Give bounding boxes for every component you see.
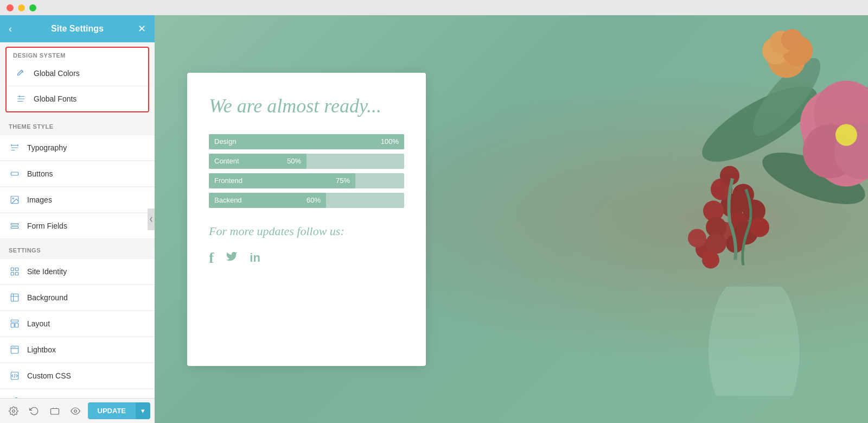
svg-rect-13 — [11, 346, 18, 353]
settings-section: Site Identity Background — [0, 259, 155, 414]
canvas-area: We are almost ready... Design 100% — [155, 15, 868, 423]
facebook-icon: f — [209, 249, 214, 267]
progress-item-content: Content 50% — [209, 154, 404, 169]
form-fields-label: Form Fields — [27, 222, 67, 230]
site-identity-label: Site Identity — [27, 267, 67, 276]
site-identity-icon — [9, 266, 21, 277]
button-icon — [9, 168, 21, 180]
progress-fill-content: Content 50% — [209, 154, 307, 169]
svg-rect-10 — [11, 320, 18, 322]
background-label: Background — [27, 293, 68, 302]
sidebar-item-typography[interactable]: Typography — [0, 135, 155, 161]
preview-card: We are almost ready... Design 100% — [187, 73, 426, 366]
window-chrome — [0, 0, 868, 15]
progress-bar-frontend: Frontend 75% — [209, 173, 404, 188]
responsive-icon-btn[interactable] — [46, 402, 64, 420]
svg-point-16 — [15, 347, 16, 348]
progress-section: Design 100% Content 50% — [209, 134, 404, 208]
global-fonts-label: Global Fonts — [34, 94, 76, 103]
lightbox-icon — [9, 344, 21, 356]
svg-rect-7 — [11, 273, 14, 275]
twitter-icon — [225, 250, 239, 266]
global-colors-label: Global Colors — [34, 69, 80, 78]
typography-label: Typography — [27, 143, 67, 152]
progress-bar-content: Content 50% — [209, 154, 404, 169]
svg-point-20 — [74, 409, 77, 412]
background-icon — [9, 292, 21, 304]
buttons-label: Buttons — [27, 169, 53, 178]
close-button[interactable] — [7, 4, 14, 11]
social-icons: f in — [209, 249, 404, 267]
layout-label: Layout — [27, 319, 50, 328]
preview-icon-btn[interactable] — [66, 402, 85, 420]
sidebar-item-site-identity[interactable]: Site Identity — [0, 259, 155, 285]
svg-rect-5 — [11, 268, 14, 270]
update-btn-group: UPDATE ▾ — [88, 402, 150, 419]
close-panel-button[interactable]: ✕ — [133, 23, 146, 35]
design-system-label: DESIGN SYSTEM — [7, 48, 148, 61]
progress-bar-backend: Backend 60% — [209, 193, 404, 208]
sidebar-item-layout[interactable]: Layout — [0, 311, 155, 337]
bottom-toolbar: UPDATE ▾ — [0, 398, 155, 423]
sidebar: ‹ Site Settings ✕ DESIGN SYSTEM Global C… — [0, 15, 155, 423]
palette-icon — [15, 67, 27, 79]
sidebar-item-buttons[interactable]: Buttons — [0, 161, 155, 187]
progress-item-backend: Backend 60% — [209, 193, 404, 208]
svg-rect-19 — [51, 408, 59, 414]
custom-css-label: Custom CSS — [27, 371, 71, 380]
svg-point-18 — [12, 409, 15, 412]
sidebar-header: ‹ Site Settings ✕ — [0, 15, 155, 42]
sidebar-item-global-colors[interactable]: Global Colors — [7, 61, 148, 86]
sidebar-item-custom-css[interactable]: Custom CSS — [0, 363, 155, 389]
svg-rect-12 — [15, 323, 18, 327]
heading-icon — [9, 142, 21, 154]
minimize-button[interactable] — [18, 4, 25, 11]
svg-rect-11 — [11, 323, 14, 327]
back-button[interactable]: ‹ — [9, 23, 22, 35]
design-system-section: DESIGN SYSTEM Global Colors — [5, 47, 149, 112]
sidebar-item-images[interactable]: Images — [0, 187, 155, 213]
sidebar-content: DESIGN SYSTEM Global Colors — [0, 42, 155, 423]
layout-icon — [9, 318, 21, 330]
progress-item-frontend: Frontend 75% — [209, 173, 404, 188]
sidebar-title: Site Settings — [22, 24, 133, 34]
sidebar-item-form-fields[interactable]: Form Fields — [0, 213, 155, 238]
form-icon — [9, 220, 21, 232]
sidebar-item-lightbox[interactable]: Lightbox — [0, 337, 155, 363]
progress-fill-backend: Backend 60% — [209, 193, 326, 208]
preview-title: We are almost ready... — [209, 94, 404, 118]
update-dropdown-button[interactable]: ▾ — [136, 402, 150, 419]
svg-rect-3 — [11, 224, 18, 225]
history-icon-btn[interactable] — [25, 402, 43, 420]
collapse-handle[interactable] — [148, 209, 155, 230]
app-container: ‹ Site Settings ✕ DESIGN SYSTEM Global C… — [0, 15, 868, 423]
progress-item-design: Design 100% — [209, 134, 404, 149]
svg-rect-6 — [16, 268, 18, 270]
svg-rect-9 — [11, 294, 18, 301]
lightbox-label: Lightbox — [27, 345, 56, 354]
image-icon — [9, 194, 21, 206]
svg-rect-0 — [11, 172, 18, 175]
theme-style-label: THEME STYLE — [0, 117, 155, 133]
svg-point-15 — [14, 347, 15, 348]
svg-point-2 — [12, 198, 14, 199]
svg-point-14 — [12, 347, 14, 348]
settings-label: SETTINGS — [0, 241, 155, 257]
settings-icon-btn[interactable] — [4, 402, 23, 420]
theme-style-section: Typography Buttons — [0, 135, 155, 238]
progress-bar-design: Design 100% — [209, 134, 404, 149]
preview-subtitle: For more updates follow us: — [209, 224, 404, 238]
update-button[interactable]: UPDATE — [88, 402, 136, 419]
progress-fill-frontend: Frontend 75% — [209, 173, 355, 188]
font-icon — [15, 93, 27, 105]
css-icon — [9, 370, 21, 382]
progress-fill-design: Design 100% — [209, 134, 404, 149]
linkedin-icon: in — [250, 251, 260, 265]
svg-rect-4 — [11, 227, 18, 229]
images-label: Images — [27, 195, 52, 204]
sidebar-item-background[interactable]: Background — [0, 285, 155, 311]
maximize-button[interactable] — [29, 4, 36, 11]
svg-rect-8 — [16, 273, 18, 275]
sidebar-item-global-fonts[interactable]: Global Fonts — [7, 86, 148, 111]
